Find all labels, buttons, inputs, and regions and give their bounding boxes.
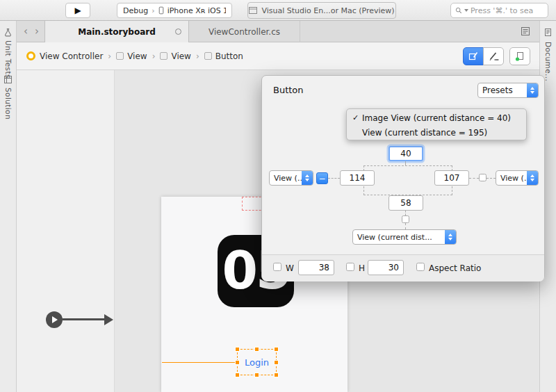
storyboard-entry-point[interactable]: [46, 311, 63, 328]
dashed-connector: [405, 223, 406, 229]
build-config-label: Debug: [123, 6, 148, 15]
selection-handle[interactable]: [235, 373, 240, 377]
pad-tab-unit-tests[interactable]: Unit Tests: [4, 40, 13, 79]
run-configuration-selector[interactable]: Debug › iPhone Xʀ iOS 13.0: [117, 3, 232, 18]
phone-icon: [158, 6, 164, 15]
window-icon: [249, 7, 257, 14]
presets-popup[interactable]: Presets: [477, 83, 539, 98]
right-anchor-label: View (...: [496, 171, 527, 185]
add-constraints-popover: Button Presets ✓ Image View (current dis…: [261, 75, 545, 281]
solution-icon: [3, 75, 13, 84]
popup-chevrons-icon: [527, 171, 538, 185]
login-button-label: Login: [245, 357, 269, 368]
selection-handle[interactable]: [274, 360, 279, 365]
popup-chevrons-icon: [527, 83, 538, 97]
global-search[interactable]: [450, 3, 548, 18]
selection-handle[interactable]: [235, 347, 240, 352]
menu-item-view[interactable]: View (current distance = 195): [347, 125, 526, 140]
login-button[interactable]: Login: [237, 349, 277, 375]
minus-icon: −: [318, 174, 325, 183]
breadcrumb-item-view-2[interactable]: View: [171, 51, 190, 61]
remove-constraint-button[interactable]: −: [316, 172, 328, 184]
popup-chevrons-icon: [302, 171, 313, 185]
canvas-gutter: [17, 70, 115, 392]
pencil-options-icon: [488, 51, 499, 62]
run-button[interactable]: ▶: [65, 3, 90, 18]
pad-tab-solution[interactable]: Solution: [4, 88, 13, 120]
view-controller-icon: [26, 51, 35, 60]
edit-constraints-icon: [468, 51, 479, 62]
bottom-constraint-field[interactable]: [389, 195, 423, 211]
width-label: W: [286, 263, 294, 273]
dashed-connector: [405, 211, 406, 215]
height-label: H: [359, 263, 365, 273]
popover-title: Button: [273, 85, 304, 95]
constraint-options-button[interactable]: [483, 47, 504, 65]
search-icon: [455, 6, 462, 15]
height-field[interactable]: [368, 260, 404, 275]
selection-handle[interactable]: [274, 347, 279, 352]
height-checkbox[interactable]: [346, 263, 354, 271]
editor-tab-bar: ‹ › Main.storyboard ViewController.cs: [17, 21, 539, 42]
width-checkbox[interactable]: [273, 263, 281, 271]
nav-forward-button[interactable]: ›: [35, 21, 39, 42]
tab-modified-indicator[interactable]: [175, 28, 181, 35]
pad-tab-document-outline[interactable]: Docume...: [544, 42, 553, 81]
dashed-connector: [328, 178, 340, 179]
tab-label: Main.storyboard: [78, 27, 156, 37]
preview-button[interactable]: [509, 47, 530, 65]
menu-item-image-view[interactable]: ✓ Image View (current distance = 40): [347, 111, 526, 125]
properties-icon: [520, 26, 531, 37]
search-scope-caret-icon: [464, 9, 468, 12]
device-label: iPhone Xʀ iOS 13.0: [167, 6, 226, 15]
selection-handle[interactable]: [254, 347, 259, 352]
unit-tests-icon: [3, 28, 13, 37]
right-anchor-popup[interactable]: View (...: [496, 170, 539, 186]
main-toolbar: ▶ Debug › iPhone Xʀ iOS 13.0 Visual Stud…: [0, 0, 556, 21]
breadcrumb-item-view-1[interactable]: View: [127, 51, 147, 61]
button-icon: [204, 52, 212, 60]
breadcrumb-item-button[interactable]: Button: [215, 51, 243, 61]
bottom-anchor-label: View (current dist...: [353, 230, 445, 244]
anchor-dropdown-menu: ✓ Image View (current distance = 40) Vie…: [346, 108, 527, 140]
selection-handle[interactable]: [235, 360, 240, 365]
entry-arrow-icon: [52, 316, 58, 323]
right-constraint-checkbox[interactable]: [479, 174, 486, 181]
left-constraint-field[interactable]: [340, 170, 375, 186]
add-constraints-button[interactable]: [463, 47, 484, 65]
chevron-right-icon: ›: [108, 51, 111, 61]
aspect-ratio-checkbox[interactable]: [416, 263, 425, 271]
visual-studio-window: ▶ Debug › iPhone Xʀ iOS 13.0 Visual Stud…: [0, 0, 556, 392]
menu-item-label: View (current distance = 195): [362, 128, 487, 138]
bottom-constraint-checkbox[interactable]: [402, 215, 409, 223]
checkmark-icon: ✓: [352, 113, 362, 122]
dashed-connector: [469, 178, 479, 179]
alignment-guide-line: [162, 362, 238, 363]
chevron-right-icon: ›: [152, 51, 156, 61]
chevron-right-icon: ›: [196, 51, 199, 61]
entry-arrow-line: [63, 318, 104, 320]
top-constraint-field[interactable]: [389, 146, 423, 161]
window-title-text: Visual Studio En...or Mac (Preview): [261, 6, 394, 15]
selection-handle[interactable]: [274, 373, 279, 377]
left-anchor-popup[interactable]: View (...: [269, 170, 313, 186]
width-field[interactable]: [298, 260, 334, 275]
view-icon: [160, 52, 167, 60]
breadcrumb-item-view-controller[interactable]: View Controller: [40, 51, 103, 61]
tab-main-storyboard[interactable]: Main.storyboard: [44, 21, 189, 42]
nav-back-button[interactable]: ‹: [24, 21, 28, 42]
selection-handle[interactable]: [254, 373, 259, 377]
window-title: Visual Studio En...or Mac (Preview): [247, 2, 396, 19]
left-anchor-label: View (...: [270, 171, 302, 185]
size-constraints-bar: W H Aspect Ratio: [262, 255, 544, 281]
dashed-connector: [486, 178, 496, 179]
menu-item-label: Image View (current distance = 40): [362, 113, 511, 123]
document-outline-icon: [543, 28, 553, 37]
tab-viewcontroller-cs[interactable]: ViewController.cs: [189, 21, 300, 42]
bottom-anchor-popup[interactable]: View (current dist...: [352, 229, 457, 245]
presets-label: Presets: [478, 83, 527, 97]
view-icon: [116, 52, 124, 60]
search-input[interactable]: [471, 6, 543, 15]
editor-properties-button[interactable]: [520, 26, 531, 37]
right-constraint-field[interactable]: [434, 170, 469, 186]
